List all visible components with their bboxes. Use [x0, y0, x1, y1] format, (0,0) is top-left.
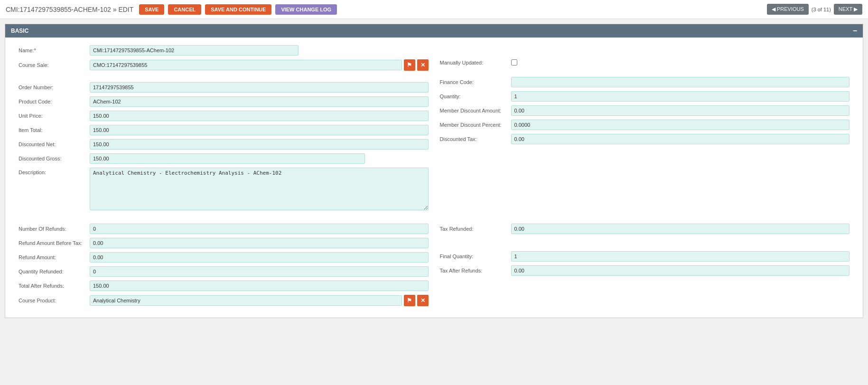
- product-code-row: Product Code:: [19, 96, 429, 107]
- finance-code-row: Finance Code:: [440, 77, 850, 87]
- number-of-refunds-label: Number Of Refunds:: [19, 226, 90, 232]
- tax-after-refunds-input[interactable]: [511, 265, 850, 276]
- form-grid: Course Sale: ⚑ ✕ Order Number: Product C…: [13, 59, 855, 214]
- nav-info: ◀ PREVIOUS (3 of 11) NEXT ▶: [767, 4, 862, 15]
- member-discount-amount-row: Member Discount Amount:: [440, 105, 850, 116]
- unit-price-row: Unit Price:: [19, 111, 429, 121]
- discounted-gross-row: Discounted Gross:: [19, 153, 429, 164]
- quantity-refunded-row: Quantity Refunded:: [19, 266, 429, 277]
- top-bar: CMI:17147297539855-ACHEM-102 » EDIT SAVE…: [0, 0, 868, 19]
- manually-updated-checkbox-area: [511, 59, 517, 66]
- course-product-input-group: ⚑ ✕: [90, 295, 429, 306]
- number-of-refunds-input[interactable]: [90, 224, 429, 234]
- final-quantity-row: Final Quantity:: [440, 251, 850, 262]
- course-sale-flag-button[interactable]: ⚑: [404, 59, 415, 71]
- discounted-gross-label: Discounted Gross:: [19, 156, 90, 161]
- description-textarea[interactable]: [90, 168, 429, 210]
- page-title-separator: »: [113, 6, 119, 13]
- discounted-net-label: Discounted Net:: [19, 141, 90, 147]
- refund-amount-label: Refund Amount:: [19, 254, 90, 260]
- total-after-refunds-input[interactable]: [90, 281, 429, 291]
- page-title: CMI:17147297539855-ACHEM-102 » EDIT: [6, 6, 133, 13]
- page-title-suffix: EDIT: [118, 6, 133, 13]
- tax-refunded-row: Tax Refunded:: [440, 224, 850, 234]
- section-body-basic: Name:* Course Sale: ⚑ ✕ Order Number: [5, 38, 863, 318]
- item-total-input[interactable]: [90, 125, 429, 135]
- order-number-input[interactable]: [90, 82, 429, 93]
- total-after-refunds-row: Total After Refunds:: [19, 281, 429, 291]
- course-sale-row: Course Sale: ⚑ ✕: [19, 59, 429, 71]
- name-label: Name:*: [19, 47, 90, 53]
- discounted-tax-label: Discounted Tax:: [440, 136, 511, 142]
- right-col: Manually Updated: Finance Code: Quantity…: [434, 59, 856, 214]
- member-discount-amount-label: Member Discount Amount:: [440, 108, 511, 113]
- number-of-refunds-row: Number Of Refunds:: [19, 224, 429, 234]
- discounted-tax-row: Discounted Tax:: [440, 134, 850, 144]
- save-and-continue-button[interactable]: SAVE AND CONTINUE: [205, 4, 271, 15]
- quantity-refunded-label: Quantity Refunded:: [19, 269, 90, 274]
- quantity-label: Quantity:: [440, 94, 511, 99]
- view-changelog-button[interactable]: VIEW CHANGE LOG: [275, 4, 337, 15]
- refund-amount-before-tax-label: Refund Amount Before Tax:: [19, 240, 90, 246]
- finance-code-label: Finance Code:: [440, 79, 511, 85]
- manually-updated-label: Manually Updated:: [440, 60, 511, 66]
- order-number-label: Order Number:: [19, 85, 90, 90]
- quantity-refunded-input[interactable]: [90, 266, 429, 277]
- course-product-label: Course Product:: [19, 298, 90, 303]
- course-sale-input-group: ⚑ ✕: [90, 59, 429, 71]
- course-product-clear-button[interactable]: ✕: [417, 295, 429, 306]
- tax-after-refunds-label: Tax After Refunds:: [440, 268, 511, 273]
- basic-section: BASIC − Name:* Course Sale: ⚑ ✕: [5, 24, 863, 318]
- refund-amount-row: Refund Amount:: [19, 252, 429, 263]
- final-quantity-label: Final Quantity:: [440, 254, 511, 259]
- section-title-basic: BASIC: [11, 28, 28, 34]
- left-refund-col: Number Of Refunds: Refund Amount Before …: [13, 224, 434, 310]
- course-product-row: Course Product: ⚑ ✕: [19, 295, 429, 306]
- finance-code-input[interactable]: [511, 77, 850, 87]
- unit-price-input[interactable]: [90, 111, 429, 121]
- collapse-icon[interactable]: −: [853, 27, 857, 35]
- previous-button[interactable]: ◀ PREVIOUS: [767, 4, 809, 15]
- product-code-input[interactable]: [90, 96, 429, 107]
- manually-updated-row: Manually Updated:: [440, 59, 850, 66]
- tax-refunded-label: Tax Refunded:: [440, 226, 511, 232]
- refund-amount-input[interactable]: [90, 252, 429, 263]
- course-product-flag-button[interactable]: ⚑: [404, 295, 415, 306]
- course-sale-clear-button[interactable]: ✕: [417, 59, 429, 71]
- item-total-label: Item Total:: [19, 127, 90, 133]
- final-quantity-input[interactable]: [511, 251, 850, 262]
- save-button[interactable]: SAVE: [139, 4, 164, 15]
- member-discount-percent-label: Member Discount Percent:: [440, 122, 511, 128]
- discounted-gross-input[interactable]: [90, 153, 365, 164]
- member-discount-percent-row: Member Discount Percent:: [440, 120, 850, 130]
- left-col: Course Sale: ⚑ ✕ Order Number: Product C…: [13, 59, 434, 214]
- refund-amount-before-tax-row: Refund Amount Before Tax:: [19, 238, 429, 248]
- top-bar-left: CMI:17147297539855-ACHEM-102 » EDIT SAVE…: [6, 4, 337, 15]
- product-code-label: Product Code:: [19, 99, 90, 104]
- member-discount-percent-input[interactable]: [511, 120, 850, 130]
- description-row: Description:: [19, 168, 429, 210]
- refund-amount-before-tax-input[interactable]: [90, 238, 429, 248]
- course-product-input[interactable]: [90, 295, 402, 306]
- discounted-net-row: Discounted Net:: [19, 139, 429, 150]
- section-header-basic: BASIC −: [5, 24, 863, 38]
- manually-updated-checkbox[interactable]: [511, 59, 517, 66]
- tax-refunded-input[interactable]: [511, 224, 850, 234]
- right-refund-col: Tax Refunded: Final Quantity: Tax After …: [434, 224, 856, 310]
- course-sale-input[interactable]: [90, 60, 402, 70]
- total-after-refunds-label: Total After Refunds:: [19, 283, 90, 289]
- unit-price-label: Unit Price:: [19, 113, 90, 119]
- nav-count: (3 of 11): [812, 7, 831, 12]
- next-button[interactable]: NEXT ▶: [834, 4, 862, 15]
- order-number-row: Order Number:: [19, 82, 429, 93]
- page-title-prefix: CMI:17147297539855-ACHEM-102: [6, 6, 111, 13]
- course-sale-label: Course Sale:: [19, 62, 90, 68]
- refund-grid: Number Of Refunds: Refund Amount Before …: [13, 224, 855, 310]
- cancel-button[interactable]: CANCEL: [168, 4, 201, 15]
- discounted-net-input[interactable]: [90, 139, 429, 150]
- quantity-input[interactable]: [511, 91, 850, 102]
- member-discount-amount-input[interactable]: [511, 105, 850, 116]
- discounted-tax-input[interactable]: [511, 134, 850, 144]
- quantity-row: Quantity:: [440, 91, 850, 102]
- name-input[interactable]: [90, 45, 299, 56]
